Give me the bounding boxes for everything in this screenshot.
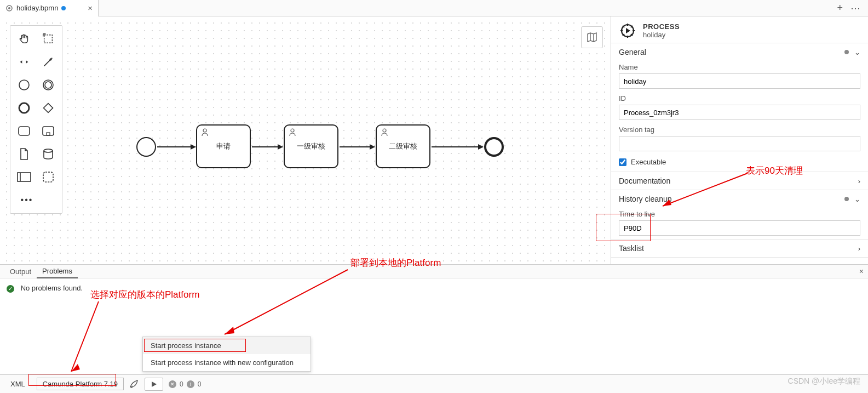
sequence-flow[interactable] xyxy=(432,146,483,147)
success-icon: ✓ xyxy=(7,285,14,293)
minimap-toggle-icon[interactable] xyxy=(581,26,603,48)
problem-counts[interactable]: ✕0 !0 xyxy=(169,380,201,388)
context-menu: Start process instance Start process ins… xyxy=(142,337,311,372)
ttl-label: Time to live xyxy=(619,210,860,218)
file-tab[interactable]: holiday.bpmn × xyxy=(0,0,99,16)
gateway-tool-icon[interactable] xyxy=(37,97,60,119)
svg-marker-22 xyxy=(225,327,234,334)
svg-line-19 xyxy=(663,173,748,206)
tab-output[interactable]: Output xyxy=(4,265,37,278)
tab-bar: holiday.bpmn × + ⋯ xyxy=(0,0,868,16)
svg-rect-7 xyxy=(44,104,53,113)
tab-filename: holiday.bpmn xyxy=(16,4,58,12)
name-input[interactable] xyxy=(619,73,860,89)
id-input[interactable] xyxy=(619,105,860,120)
bpmn-canvas[interactable]: ••• 申请 一级审核 二级审核 xyxy=(0,16,611,264)
run-button[interactable] xyxy=(145,378,163,391)
tab-problems[interactable]: Problems xyxy=(37,265,78,278)
executable-label: Executable xyxy=(631,158,666,166)
problems-message: No problems found. xyxy=(21,284,83,292)
ttl-input[interactable] xyxy=(619,220,860,236)
svg-rect-2 xyxy=(44,35,53,43)
version-tag-input[interactable] xyxy=(619,136,860,151)
output-panel-body: ✓ No problems found. xyxy=(0,278,868,373)
play-icon xyxy=(151,381,157,388)
section-indicator-icon xyxy=(844,50,849,54)
properties-header: PROCESS holiday xyxy=(611,16,868,43)
start-event[interactable] xyxy=(136,137,156,157)
task-tool-icon[interactable] xyxy=(13,120,36,142)
menu-start-process[interactable]: Start process instance xyxy=(143,337,311,354)
platform-selector[interactable]: Camunda Platform 7.19 xyxy=(37,378,124,390)
annotation-arrow-icon xyxy=(657,172,750,210)
task-label: 一级审核 xyxy=(297,141,325,151)
annotation-arrow-icon xyxy=(66,300,110,376)
sequence-flow[interactable] xyxy=(252,146,283,147)
svg-point-3 xyxy=(19,80,29,90)
svg-rect-12 xyxy=(18,173,31,181)
lasso-tool-icon[interactable] xyxy=(37,28,60,50)
data-object-tool-icon[interactable] xyxy=(13,143,36,165)
name-label: Name xyxy=(619,63,860,71)
warn-count-icon: ! xyxy=(187,380,194,388)
props-type-label: PROCESS xyxy=(643,22,680,31)
svg-point-1 xyxy=(8,7,10,9)
status-bar: XML Camunda Platform 7.19 ✕0 !0 xyxy=(0,374,868,393)
panel-close-icon[interactable]: × xyxy=(859,267,864,276)
section-general[interactable]: General ⌄ xyxy=(611,43,868,61)
annotation-arrow-icon xyxy=(219,269,350,340)
svg-point-11 xyxy=(44,149,53,152)
user-task[interactable]: 一级审核 xyxy=(284,124,338,168)
end-event-tool-icon[interactable] xyxy=(13,97,36,119)
sequence-flow[interactable] xyxy=(157,146,196,147)
svg-line-21 xyxy=(225,270,348,334)
svg-rect-14 xyxy=(43,172,53,182)
menu-start-process-config[interactable]: Start process instance with new configur… xyxy=(143,354,311,371)
section-tasklist[interactable]: Tasklist › xyxy=(611,239,868,258)
user-task-icon xyxy=(380,128,389,136)
bpmn-file-icon xyxy=(5,4,13,12)
xml-toggle[interactable]: XML xyxy=(4,378,31,390)
watermark: CSDN @小lee学编程 xyxy=(788,377,860,386)
props-name-label: holiday xyxy=(643,31,680,39)
user-task[interactable]: 二级审核 xyxy=(376,124,430,168)
new-tab-icon[interactable]: + xyxy=(837,2,843,14)
executable-checkbox[interactable] xyxy=(619,158,626,166)
user-task-icon xyxy=(200,128,209,136)
space-tool-icon[interactable] xyxy=(13,51,36,73)
sequence-flow[interactable] xyxy=(340,146,375,147)
svg-point-15 xyxy=(203,129,206,132)
section-indicator-icon xyxy=(844,197,849,201)
user-task-icon xyxy=(288,128,297,136)
error-count-icon: ✕ xyxy=(169,380,176,388)
palette-more-icon[interactable]: ••• xyxy=(13,189,36,211)
data-store-tool-icon[interactable] xyxy=(37,143,60,165)
intermediate-event-tool-icon[interactable] xyxy=(37,74,60,96)
tab-menu-icon[interactable]: ⋯ xyxy=(850,2,860,14)
chevron-down-icon: ⌄ xyxy=(854,195,860,203)
properties-panel: PROCESS holiday General ⌄ Name ID Versio… xyxy=(611,16,868,264)
unsaved-indicator-icon xyxy=(61,6,66,10)
connect-tool-icon[interactable] xyxy=(37,51,60,73)
hand-tool-icon[interactable] xyxy=(13,28,36,50)
end-event[interactable] xyxy=(484,137,504,157)
output-panel-tabs: Output Problems × xyxy=(0,264,868,278)
group-tool-icon[interactable] xyxy=(37,166,60,188)
svg-point-16 xyxy=(291,129,294,132)
version-tag-label: Version tag xyxy=(619,126,860,134)
svg-rect-9 xyxy=(43,127,54,135)
tab-close-icon[interactable]: × xyxy=(88,3,93,13)
chevron-down-icon: ⌄ xyxy=(854,48,860,56)
chevron-right-icon: › xyxy=(858,244,860,253)
user-task[interactable]: 申请 xyxy=(196,124,251,168)
pool-tool-icon[interactable] xyxy=(13,166,36,188)
tool-palette: ••• xyxy=(10,25,62,214)
start-event-tool-icon[interactable] xyxy=(13,74,36,96)
subprocess-tool-icon[interactable] xyxy=(37,120,60,142)
svg-point-17 xyxy=(383,129,386,132)
svg-point-5 xyxy=(45,82,51,88)
svg-rect-8 xyxy=(19,127,30,135)
deploy-icon[interactable] xyxy=(129,379,139,389)
chevron-right-icon: › xyxy=(858,177,860,185)
svg-line-23 xyxy=(71,301,99,372)
